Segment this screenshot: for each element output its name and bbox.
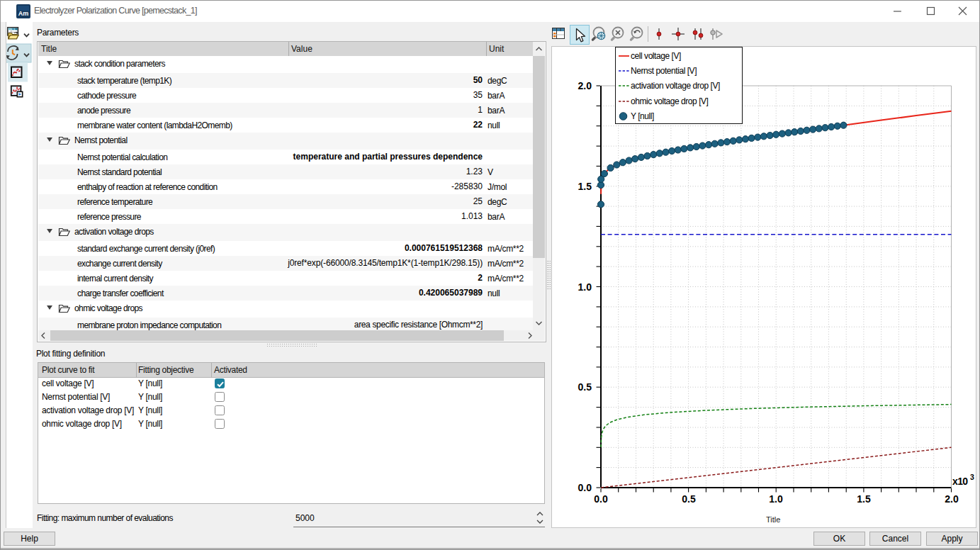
svg-text:Am: Am	[18, 10, 29, 17]
